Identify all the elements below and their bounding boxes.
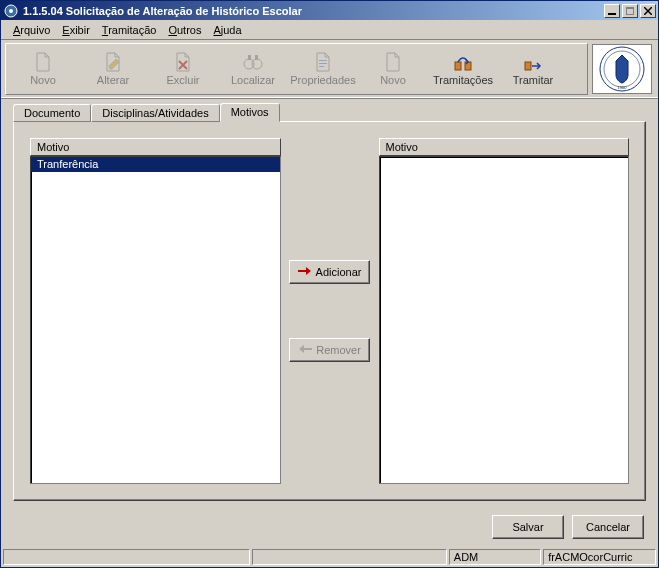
available-motivos-header: Motivo — [30, 138, 281, 156]
svg-rect-9 — [319, 60, 327, 61]
svg-rect-10 — [319, 63, 327, 64]
window-title: 1.1.5.04 Solicitação de Alteração de His… — [23, 5, 604, 17]
cancel-button[interactable]: Cancelar — [572, 515, 644, 539]
maximize-button[interactable] — [622, 4, 638, 18]
toolbar-localizar[interactable]: Localizar — [218, 46, 288, 92]
toolbar-novo[interactable]: Novo — [8, 46, 78, 92]
selected-motivos-column: Motivo — [379, 138, 630, 484]
app-window: 1.1.5.04 Solicitação de Alteração de His… — [0, 0, 659, 568]
svg-rect-11 — [319, 66, 324, 67]
toolbar-propriedades[interactable]: Propriedades — [288, 46, 358, 92]
svg-rect-2 — [608, 13, 616, 15]
toolbar-excluir-label: Excluir — [166, 74, 199, 86]
list-item[interactable]: Tranferência — [31, 157, 280, 172]
arrow-right-icon — [298, 266, 312, 278]
close-button[interactable] — [640, 4, 656, 18]
cancel-button-label: Cancelar — [586, 521, 630, 533]
app-icon — [3, 3, 19, 19]
toolbar-tramitacoes[interactable]: Tramitações — [428, 46, 498, 92]
toolbar-novo2[interactable]: Novo — [358, 46, 428, 92]
new-file-icon — [33, 52, 53, 72]
remove-button[interactable]: Remover — [289, 338, 370, 362]
toolbar-localizar-label: Localizar — [231, 74, 275, 86]
toolbar-area: Novo Alterar Excluir Localizar — [1, 40, 658, 99]
titlebar: 1.1.5.04 Solicitação de Alteração de His… — [1, 1, 658, 20]
menu-exibir[interactable]: Exibir — [56, 22, 96, 38]
menu-ajuda[interactable]: Ajuda — [207, 22, 247, 38]
tab-panel-motivos: Motivo Tranferência Adicionar Remover — [13, 121, 646, 501]
remove-button-label: Remover — [316, 344, 361, 356]
toolbar-excluir[interactable]: Excluir — [148, 46, 218, 92]
toolbar-novo-label: Novo — [30, 74, 56, 86]
tabs-area: Documento Disciplinas/Atividades Motivos… — [1, 99, 658, 509]
toolbar-alterar-label: Alterar — [97, 74, 129, 86]
status-cell-1 — [3, 549, 250, 565]
status-cell-3: ADM — [449, 549, 541, 565]
toolbar: Novo Alterar Excluir Localizar — [5, 43, 588, 95]
statusbar: ADM frACMOcorCurric — [1, 547, 658, 567]
dialog-buttons: Salvar Cancelar — [1, 509, 658, 547]
status-cell-4: frACMOcorCurric — [543, 549, 656, 565]
selected-motivos-header: Motivo — [379, 138, 630, 156]
selected-motivos-list[interactable] — [379, 156, 630, 484]
menu-tramitacao[interactable]: Tramitação — [96, 22, 163, 38]
toolbar-tramitar[interactable]: Tramitar — [498, 46, 568, 92]
tab-motivos[interactable]: Motivos — [220, 103, 280, 122]
toolbar-tramitacoes-label: Tramitações — [433, 74, 493, 86]
menu-arquivo[interactable]: Arquivo — [7, 22, 56, 38]
svg-text:1960: 1960 — [618, 85, 628, 90]
institution-logo: 1960 — [592, 44, 652, 94]
new-file-icon — [383, 52, 403, 72]
transfer-buttons-column: Adicionar Remover — [291, 138, 369, 484]
add-button[interactable]: Adicionar — [289, 260, 371, 284]
add-button-label: Adicionar — [316, 266, 362, 278]
available-motivos-list[interactable]: Tranferência — [30, 156, 281, 484]
properties-icon — [313, 52, 333, 72]
svg-rect-7 — [248, 55, 251, 60]
save-button-label: Salvar — [512, 521, 543, 533]
tab-disciplinas[interactable]: Disciplinas/Atividades — [91, 104, 219, 122]
svg-point-1 — [9, 9, 13, 13]
tab-documento[interactable]: Documento — [13, 104, 91, 122]
binoculars-icon — [243, 52, 263, 72]
svg-rect-4 — [626, 7, 634, 9]
arrow-left-icon — [298, 344, 312, 356]
tab-strip: Documento Disciplinas/Atividades Motivos — [13, 100, 646, 122]
status-cell-2 — [252, 549, 447, 565]
svg-rect-12 — [455, 62, 461, 70]
minimize-button[interactable] — [604, 4, 620, 18]
menu-outros[interactable]: Outros — [162, 22, 207, 38]
toolbar-tramitar-label: Tramitar — [513, 74, 554, 86]
window-buttons — [604, 4, 656, 18]
svg-rect-14 — [525, 62, 531, 70]
tramitacoes-icon — [453, 52, 473, 72]
delete-file-icon — [173, 52, 193, 72]
tramitar-icon — [523, 52, 543, 72]
available-motivos-column: Motivo Tranferência — [30, 138, 281, 484]
toolbar-propriedades-label: Propriedades — [290, 74, 355, 86]
menubar: Arquivo Exibir Tramitação Outros Ajuda — [1, 20, 658, 40]
save-button[interactable]: Salvar — [492, 515, 564, 539]
edit-file-icon — [103, 52, 123, 72]
toolbar-novo2-label: Novo — [380, 74, 406, 86]
svg-rect-8 — [255, 55, 258, 60]
toolbar-alterar[interactable]: Alterar — [78, 46, 148, 92]
